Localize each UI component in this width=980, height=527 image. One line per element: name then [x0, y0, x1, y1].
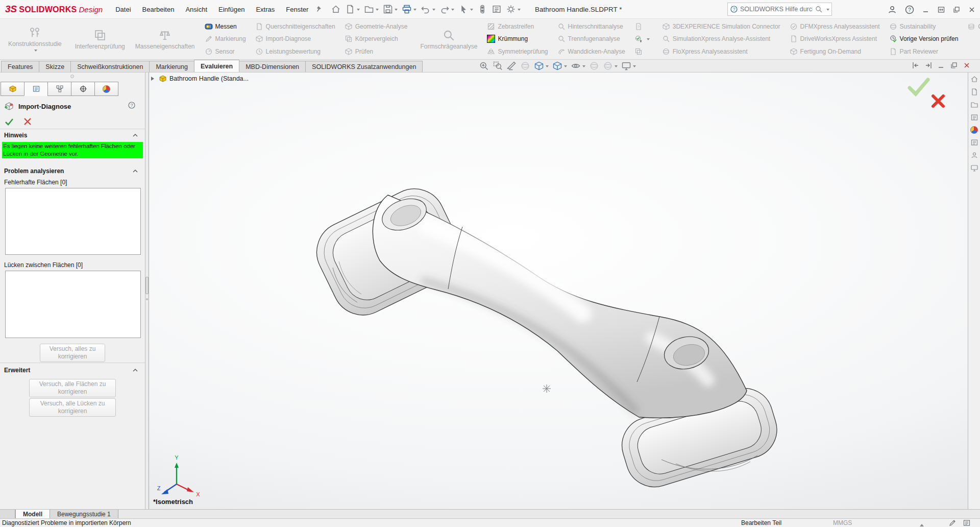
- doc-close-icon[interactable]: [963, 61, 971, 71]
- menu-bearbeiten[interactable]: Bearbeiten: [137, 3, 180, 16]
- tab-displaymanager[interactable]: [94, 82, 118, 96]
- panel-splitter-handle[interactable]: [70, 75, 74, 78]
- collapse-pane-left-icon[interactable]: [912, 61, 920, 71]
- model-bathroom-handle[interactable]: [149, 73, 968, 509]
- ribbon-item-floxpress[interactable]: FloXpress Analyseassistent: [662, 45, 780, 58]
- ribbon-item-simulationxpress[interactable]: SimulationXpress Analyse-Assistent: [662, 33, 780, 45]
- menu-extras[interactable]: Extras: [250, 3, 280, 16]
- ribbon-item-3dexperience-simulation-connector[interactable]: 3DEXPERIENCE Simulation Connector: [662, 20, 780, 33]
- ribbon-item-formschraegeanalyse[interactable]: Formschrägeanalyse: [415, 20, 482, 58]
- attempt-heal-gaps-button[interactable]: Versuch, alle Lücken zu korrigieren: [29, 398, 116, 417]
- rebuild-button[interactable]: [476, 3, 489, 16]
- section-problem-analysieren[interactable]: Problem analysieren: [4, 167, 64, 175]
- ribbon-item-interferenzpruefung[interactable]: Interferenzprüfung: [70, 20, 130, 58]
- collapse-pane-right-icon[interactable]: [924, 61, 933, 71]
- apply-scene-icon[interactable]: [603, 61, 618, 71]
- close-button[interactable]: [968, 6, 976, 14]
- menu-einfuegen[interactable]: Einfügen: [213, 3, 250, 16]
- confirm-ok-icon[interactable]: [910, 80, 928, 94]
- tab-propertymanager[interactable]: [24, 82, 48, 96]
- ribbon-item-wanddicken-analyse[interactable]: Wanddicken-Analyse: [557, 45, 625, 58]
- ribbon-item-dfmxpress[interactable]: DFMXpress Analyseassistent: [790, 20, 880, 33]
- new-document-button[interactable]: [344, 3, 361, 16]
- hide-show-items-icon[interactable]: [571, 61, 585, 71]
- account-button[interactable]: [887, 5, 897, 15]
- sheet-icon[interactable]: [963, 519, 971, 527]
- ribbon-item-import-diagnose[interactable]: Import-Diagnose: [255, 33, 335, 45]
- collapse-chevron-icon[interactable]: [133, 369, 138, 372]
- forum-icon[interactable]: [970, 151, 978, 159]
- tab-featuremanager[interactable]: [1, 82, 24, 96]
- undo-button[interactable]: [419, 3, 437, 16]
- previous-view-icon[interactable]: [520, 61, 530, 71]
- status-expand-caret[interactable]: [920, 522, 924, 526]
- select-button[interactable]: [457, 3, 475, 16]
- ribbon-item-part-reviewer[interactable]: Part Reviewer: [889, 45, 959, 58]
- tags-icon[interactable]: [948, 519, 957, 527]
- ribbon-item-geometrie-analyse[interactable]: Geometrie-Analyse: [345, 20, 408, 33]
- open-button[interactable]: [362, 3, 380, 16]
- sensor-status-icon-button[interactable]: [634, 33, 650, 45]
- ribbon-item-sustainability[interactable]: Sustainability: [889, 20, 959, 33]
- ribbon-item-hinterschnittanalyse[interactable]: Hinterschnittanalyse: [557, 20, 625, 33]
- section-erweitert[interactable]: Erweitert: [4, 367, 30, 374]
- ribbon-item-querschnitteigenschaften[interactable]: Querschnitteigenschaften: [255, 20, 335, 33]
- search-icon[interactable]: [815, 5, 823, 13]
- tab-mbd-dimensionen[interactable]: MBD-Dimensionen: [239, 61, 306, 72]
- compare-bodies-icon-button[interactable]: [634, 45, 650, 58]
- tab-evaluieren[interactable]: Evaluieren: [194, 60, 239, 72]
- view-settings-icon[interactable]: [621, 61, 636, 71]
- ribbon-item-zebrastreifen[interactable]: Zebrastreifen: [487, 20, 548, 33]
- doc-minimize-icon[interactable]: [937, 61, 945, 71]
- cancel-x-icon[interactable]: [22, 116, 33, 127]
- ribbon-item-masseneigenschaften[interactable]: Masseneigenschaften: [130, 20, 200, 58]
- menu-fenster[interactable]: Fenster: [280, 3, 314, 16]
- attempt-heal-faces-button[interactable]: Versuch, alle Flächen zu korrigieren: [29, 379, 116, 397]
- ribbon-item-vorige-version-pruefen[interactable]: Vorige Version prüfen: [889, 33, 959, 45]
- print-button[interactable]: [400, 3, 418, 16]
- ribbon-item-driveworksxpress[interactable]: DriveWorksXpress Assistent: [790, 33, 880, 45]
- ribbon-item-symmetriepruefung[interactable]: Symmetrieprüfung: [487, 45, 548, 58]
- save-button[interactable]: [381, 3, 399, 16]
- view-orientation-icon[interactable]: [534, 61, 549, 71]
- section-hinweis[interactable]: Hinweis: [4, 132, 27, 139]
- menu-datei[interactable]: Datei: [110, 3, 136, 16]
- attempt-heal-all-button[interactable]: Versuch, alles zu korrigieren: [40, 344, 105, 362]
- zoom-fit-icon[interactable]: [479, 61, 489, 71]
- ribbon-item-markierung[interactable]: Markierung: [205, 33, 246, 45]
- redo-button[interactable]: [438, 3, 456, 16]
- ribbon-item-leistungsbewertung[interactable]: Leistungsbewertung: [255, 45, 335, 58]
- display-style-icon[interactable]: [552, 61, 567, 71]
- tab-markierung[interactable]: Markierung: [149, 61, 194, 72]
- tab-skizze[interactable]: Skizze: [39, 61, 71, 72]
- doc-restore-icon[interactable]: [950, 61, 958, 71]
- search-input[interactable]: [740, 6, 813, 13]
- tab-schweisskonstruktionen[interactable]: Schweißkonstruktionen: [70, 61, 150, 72]
- tab-bar-splitter[interactable]: [0, 510, 15, 518]
- design-library-icon[interactable]: [970, 88, 978, 96]
- ribbon-item-kruemmung[interactable]: Krümmung: [487, 33, 548, 45]
- tab-modell[interactable]: Modell: [15, 510, 50, 518]
- panel-splitter[interactable]: [145, 73, 149, 509]
- options-button[interactable]: [504, 3, 522, 16]
- breadcrumb[interactable]: Bathroom Handle (Standa...: [151, 75, 249, 83]
- resources-home-icon[interactable]: [970, 75, 978, 83]
- flyout-tree-arrow-icon[interactable]: [151, 77, 156, 81]
- tab-dimxpertmanager[interactable]: [71, 82, 95, 96]
- tab-configurationmanager[interactable]: [47, 82, 71, 96]
- view-palette-icon[interactable]: [970, 113, 978, 122]
- splitter-grip[interactable]: [145, 277, 149, 294]
- panel-help-icon[interactable]: [128, 101, 136, 111]
- minimize-button[interactable]: [922, 6, 930, 14]
- pin-menu-icon[interactable]: [314, 5, 322, 13]
- tab-features[interactable]: Features: [1, 61, 39, 72]
- file-properties-button[interactable]: [490, 3, 503, 16]
- units-label[interactable]: MMGS: [833, 519, 852, 526]
- screen-capture-icon[interactable]: [970, 164, 978, 172]
- ok-check-icon[interactable]: [4, 116, 14, 127]
- edit-appearance-icon[interactable]: [589, 61, 599, 71]
- file-explorer-icon[interactable]: [970, 101, 978, 109]
- menu-ansicht[interactable]: Ansicht: [180, 3, 213, 16]
- tab-bewegungsstudie-1[interactable]: Bewegungsstudie 1: [50, 510, 118, 518]
- ribbon-item-trennfugenanalyse[interactable]: Trennfugenanalyse: [557, 33, 625, 45]
